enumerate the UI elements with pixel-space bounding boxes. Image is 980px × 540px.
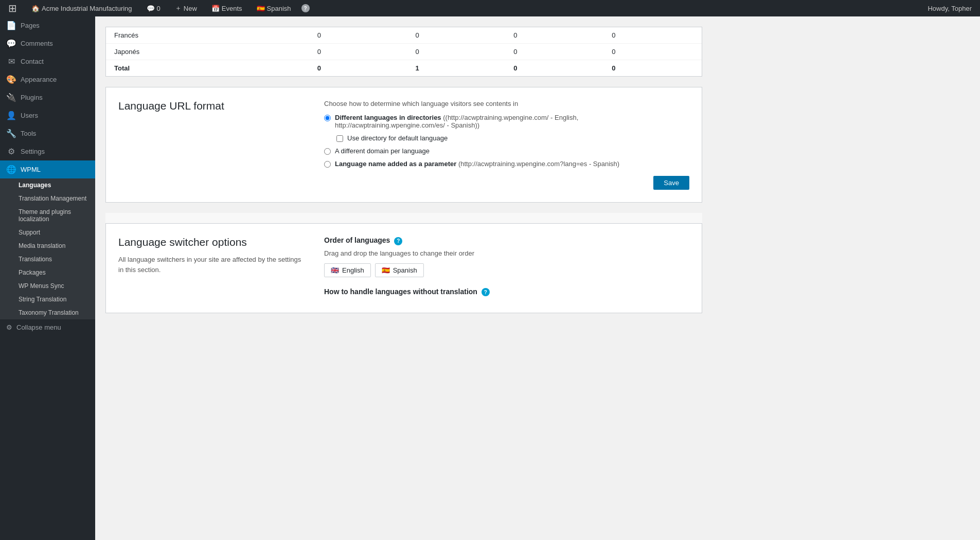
table-cell-total-c4: 0	[603, 60, 702, 77]
lang-tag-english[interactable]: 🇬🇧 English	[324, 263, 371, 277]
url-radio-directories[interactable]	[324, 115, 331, 121]
switcher-title: Language switcher options	[118, 236, 304, 248]
section-separator	[105, 213, 702, 223]
language-table: Francés 0 0 0 0 Japonés 0 0 0 0	[106, 27, 702, 76]
pages-icon: 📄	[6, 21, 16, 30]
comments-icon: 💬	[6, 39, 16, 48]
url-radio-parameter[interactable]	[324, 161, 331, 168]
new-button[interactable]: ＋ New	[171, 0, 201, 16]
main-content: Francés 0 0 0 0 Japonés 0 0 0 0	[95, 16, 980, 540]
url-option2-label: A different domain per language	[335, 147, 430, 155]
sidebar-item-pages[interactable]: 📄 Pages	[0, 16, 95, 34]
sidebar-item-comments[interactable]: 💬 Comments	[0, 34, 95, 52]
sidebar-plugins-label: Plugins	[21, 94, 43, 101]
url-checkbox-default-dir[interactable]	[336, 135, 343, 142]
submenu-translation-management[interactable]: Translation Management	[0, 192, 95, 205]
table-cell-c3: 0	[505, 27, 603, 44]
contact-icon: ✉	[6, 57, 16, 66]
theme-plugins-label: Theme and plugins localization	[19, 208, 71, 223]
taxonomy-translation-label: Taxonomy Translation	[19, 309, 79, 316]
sidebar-item-settings[interactable]: ⚙ Settings	[0, 142, 95, 160]
admin-bar: ⊞ 🏠 Acme Industrial Manufacturing 💬 0 ＋ …	[0, 0, 980, 16]
language-switcher-button[interactable]: 🇪🇸 Spanish	[253, 0, 295, 16]
collapse-label: Collapse menu	[16, 323, 61, 331]
english-label: English	[342, 266, 364, 274]
url-option-domain: A different domain per language	[324, 147, 689, 155]
comments-button[interactable]: 💬 0	[142, 0, 165, 16]
url-option-parameter: Language name added as a parameter (http…	[324, 160, 689, 168]
sidebar-item-tools[interactable]: 🔧 Tools	[0, 124, 95, 142]
sidebar-item-users[interactable]: 👤 Users	[0, 106, 95, 124]
url-radio-domain[interactable]	[324, 148, 331, 155]
howdy-label: Howdy, Topher	[928, 5, 972, 12]
translations-label: Translations	[19, 256, 52, 263]
table-cell-c1: 0	[309, 27, 407, 44]
comments-icon: 💬	[147, 5, 155, 12]
submenu-string-translation[interactable]: String Translation	[0, 293, 95, 306]
submenu-translations[interactable]: Translations	[0, 253, 95, 266]
submenu-support[interactable]: Support	[0, 226, 95, 239]
wpml-submenu: Languages Translation Management Theme a…	[0, 178, 95, 319]
sidebar-pages-label: Pages	[21, 22, 40, 29]
lang-tag-spanish[interactable]: 🇪🇸 Spanish	[375, 263, 424, 277]
site-name-button[interactable]: 🏠 Acme Industrial Manufacturing	[27, 0, 136, 16]
url-format-description: Choose how to determine which language v…	[324, 100, 689, 107]
submenu-languages[interactable]: Languages	[0, 178, 95, 192]
sidebar-item-contact[interactable]: ✉ Contact	[0, 52, 95, 70]
handle-title-row: How to handle languages without translat…	[324, 287, 689, 297]
table-cell-c3: 0	[505, 44, 603, 60]
language-label: Spanish	[267, 5, 291, 12]
table-cell-c2: 0	[407, 44, 506, 60]
media-translation-label: Media translation	[19, 242, 65, 249]
plus-icon: ＋	[175, 4, 182, 13]
url-format-options-area: Choose how to determine which language v…	[324, 100, 689, 190]
table-cell-lang: Francés	[106, 27, 309, 44]
sidebar-item-wpml[interactable]: 🌐 WPML	[0, 160, 95, 178]
table-cell-c2: 0	[407, 27, 506, 44]
url-option-default-dir-label: Use directory for default language	[347, 134, 448, 142]
table-cell-c1: 0	[309, 44, 407, 60]
order-title: Order of languages	[324, 236, 390, 244]
sidebar-comments-label: Comments	[21, 40, 53, 47]
tools-icon: 🔧	[6, 129, 16, 138]
new-label: New	[184, 5, 197, 12]
submenu-taxonomy-translation[interactable]: Taxonomy Translation	[0, 306, 95, 319]
admin-sidebar: 📄 Pages 💬 Comments ✉ Contact 🎨 Appearanc…	[0, 16, 95, 540]
table-cell-lang: Japonés	[106, 44, 309, 60]
submenu-packages[interactable]: Packages	[0, 266, 95, 279]
table-row: Japonés 0 0 0 0	[106, 44, 702, 60]
events-button[interactable]: 📅 Events	[207, 0, 246, 16]
string-translation-label: String Translation	[19, 296, 66, 303]
sidebar-users-label: Users	[21, 112, 38, 119]
url-suboption-area: Use directory for default language	[336, 134, 689, 142]
user-info-button[interactable]: Howdy, Topher	[923, 0, 976, 16]
submenu-wp-menus-sync[interactable]: WP Menus Sync	[0, 279, 95, 293]
switcher-options-area: Order of languages ? Drag and drop the l…	[324, 236, 689, 300]
site-name-label: Acme Industrial Manufacturing	[42, 5, 132, 12]
calendar-icon: 📅	[211, 5, 220, 12]
settings-icon: ⚙	[6, 147, 16, 156]
submenu-media-translation[interactable]: Media translation	[0, 239, 95, 253]
collapse-menu-button[interactable]: ⚙ Collapse menu	[0, 319, 95, 335]
sidebar-settings-label: Settings	[21, 148, 45, 155]
wp-logo-button[interactable]: ⊞	[4, 0, 21, 16]
packages-label: Packages	[19, 269, 46, 276]
sidebar-item-appearance[interactable]: 🎨 Appearance	[0, 70, 95, 88]
submenu-theme-plugins[interactable]: Theme and plugins localization	[0, 205, 95, 226]
url-option3-text: Language name added as a parameter (http…	[335, 160, 619, 168]
table-row: Francés 0 0 0 0	[106, 27, 702, 44]
handle-title: How to handle languages without translat…	[324, 287, 477, 296]
help-button[interactable]: ?	[301, 4, 310, 12]
handle-help-icon[interactable]: ?	[482, 288, 490, 296]
order-help-icon[interactable]: ?	[394, 237, 402, 245]
sidebar-item-plugins[interactable]: 🔌 Plugins	[0, 88, 95, 106]
url-format-title: Language URL format	[118, 100, 304, 112]
spanish-flag-icon: 🇪🇸	[257, 5, 265, 12]
language-url-format-card: Language URL format Choose how to determ…	[105, 87, 702, 203]
order-title-row: Order of languages ?	[324, 236, 689, 245]
table-cell-total-c3: 0	[505, 60, 603, 77]
appearance-icon: 🎨	[6, 75, 16, 84]
save-button[interactable]: Save	[653, 176, 689, 190]
table-cell-c4: 0	[603, 27, 702, 44]
wp-logo-icon: ⊞	[8, 2, 17, 14]
